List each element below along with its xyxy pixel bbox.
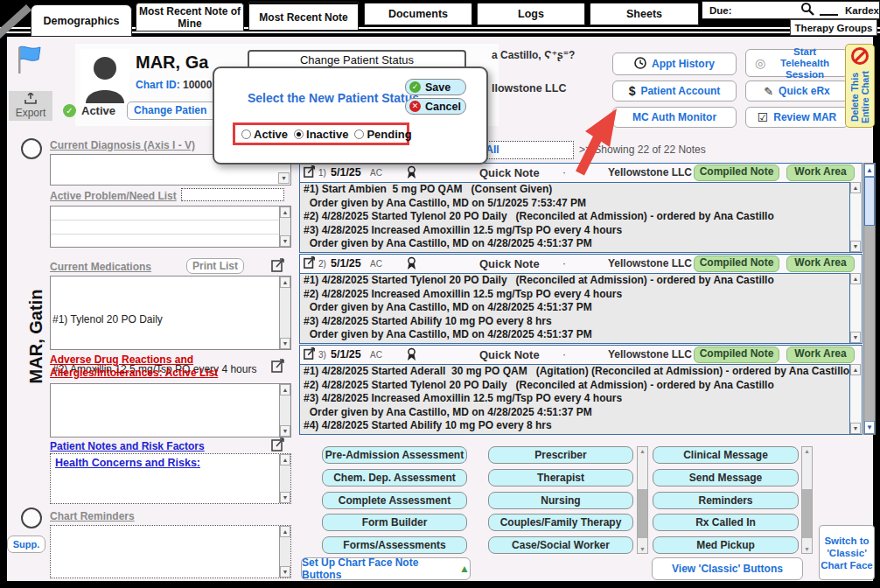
chem-dep-assessment-button[interactable]: Chem. Dep. Assessment xyxy=(322,469,467,486)
chart-reminders-listbox[interactable]: ▲ ▼ xyxy=(50,525,291,578)
change-patient-status-button[interactable]: Change Patien xyxy=(127,102,220,120)
radio-active[interactable]: Active xyxy=(241,128,288,141)
couples-family-therapy-button[interactable]: Couples/Family Therapy xyxy=(488,514,633,531)
medication-item[interactable]: #1) Tylenol 20 PO Daily xyxy=(52,312,277,328)
patient-notes-risk-label[interactable]: Patient Notes and Risk Factors xyxy=(50,440,205,452)
rx-called-in-button[interactable]: Rx Called In xyxy=(653,514,799,531)
cancel-button[interactable]: ✕ Cancel xyxy=(405,98,466,115)
message-buttons-scrollbar[interactable]: ▲ ▼ xyxy=(801,446,813,554)
adverse-reactions-label[interactable]: Adverse Drug Reactions and Allergies/Int… xyxy=(50,354,234,380)
scrollbar-thumb[interactable] xyxy=(638,489,647,538)
scroll-up-icon[interactable]: ▲ xyxy=(850,182,861,193)
nursing-button[interactable]: Nursing xyxy=(488,492,633,509)
due-input[interactable] xyxy=(820,5,838,16)
dropdown-arrow-icon[interactable]: ▼ xyxy=(278,172,290,184)
start-telehealth-button[interactable]: ◎ Start Telehealth Session xyxy=(745,49,849,77)
review-mar-button[interactable]: ☑ Review MAR xyxy=(745,107,849,128)
tab-logs[interactable]: Logs xyxy=(477,3,585,25)
note-buttons-scrollbar[interactable]: ▲ ▼ xyxy=(637,446,648,554)
reminders-button[interactable]: Reminders xyxy=(653,492,799,509)
compiled-note-button[interactable]: Compiled Note xyxy=(694,256,779,272)
scroll-up-icon[interactable]: ▲ xyxy=(638,448,647,454)
scroll-down-icon[interactable]: ▼ xyxy=(864,421,875,434)
complete-assessment-button[interactable]: Complete Assessment xyxy=(322,492,467,509)
supp-button[interactable]: Supp. xyxy=(7,536,45,553)
medications-scrollbar[interactable]: ▲ ▼ xyxy=(279,276,290,349)
section-circle-button-top[interactable] xyxy=(21,138,42,159)
allergies-listbox[interactable]: ▲ ▼ xyxy=(50,383,291,438)
open-note-icon[interactable] xyxy=(304,165,316,181)
tab-most-recent-note-of-mine[interactable]: Most Recent Note of Mine xyxy=(136,3,244,32)
notes-panel-scrollbar[interactable]: ▲ ▼ xyxy=(863,163,876,435)
tab-therapy-groups[interactable]: Therapy Groups xyxy=(790,19,877,36)
mc-auth-monitor-button[interactable]: MC Auth Monitor xyxy=(612,107,737,128)
delete-entire-chart-button[interactable]: Delete This Entire Chart xyxy=(845,44,875,128)
pre-admission-assessment-button[interactable]: Pre-Admission Assessment xyxy=(322,446,467,464)
health-concerns-link[interactable]: Health Concerns and Risks: xyxy=(55,457,200,469)
scroll-up-icon[interactable]: ▲ xyxy=(280,526,290,537)
scroll-down-icon[interactable]: ▼ xyxy=(280,566,290,578)
problem-list-filter-button[interactable] xyxy=(181,188,284,201)
tab-documents[interactable]: Documents xyxy=(364,3,472,25)
quick-erx-button[interactable]: ✎ Quick eRx xyxy=(745,80,849,102)
work-area-button[interactable]: Work Area xyxy=(786,164,855,181)
health-concerns-listbox[interactable]: Health Concerns and Risks: ▲ ▼ xyxy=(50,453,291,504)
edit-medications-icon[interactable] xyxy=(271,258,285,272)
scrollbar-thumb[interactable] xyxy=(802,489,812,538)
problem-list-scrollbar[interactable]: ▲ ▼ xyxy=(279,206,290,247)
save-button[interactable]: ✓ Save xyxy=(405,79,466,95)
scroll-down-icon[interactable]: ▼ xyxy=(280,492,290,503)
health-concerns-scrollbar[interactable]: ▲ ▼ xyxy=(279,454,290,503)
appt-history-button[interactable]: Appt History xyxy=(612,52,737,75)
view-classic-buttons-button[interactable]: View 'Classic' Buttons xyxy=(652,557,803,580)
chart-reminders-scrollbar[interactable]: ▲ ▼ xyxy=(279,526,290,578)
scroll-down-icon[interactable]: ▼ xyxy=(850,332,861,343)
prescriber-button[interactable]: Prescriber xyxy=(488,446,633,464)
medications-listbox[interactable]: #1) Tylenol 20 PO Daily #2) Amoxillin 12… xyxy=(50,276,291,350)
scroll-down-icon[interactable]: ▼ xyxy=(280,338,290,349)
note-scrollbar[interactable]: ▲ ▼ xyxy=(849,364,862,434)
current-diagnosis-label[interactable]: Current Diagnosis (Axis I - V) xyxy=(50,139,195,151)
case-social-worker-button[interactable]: Case/Social Worker xyxy=(488,536,633,554)
chart-reminders-label[interactable]: Chart Reminders xyxy=(50,510,135,522)
scroll-up-icon[interactable]: ▲ xyxy=(280,276,290,288)
allergies-scrollbar[interactable]: ▲ ▼ xyxy=(279,384,290,437)
scroll-up-icon[interactable]: ▲ xyxy=(280,384,290,396)
radio-pending[interactable]: Pending xyxy=(354,128,411,141)
search-icon[interactable] xyxy=(800,2,814,19)
tab-most-recent-note[interactable]: Most Recent Note xyxy=(248,1,359,31)
open-note-icon[interactable] xyxy=(304,256,316,272)
note-body[interactable]: #1) Start Ambien 5 mg PO QAM (Consent Gi… xyxy=(300,182,849,252)
current-medications-label[interactable]: Current Medications xyxy=(50,261,151,273)
scroll-up-icon[interactable]: ▲ xyxy=(850,364,861,375)
radio-inactive[interactable]: Inactive xyxy=(294,128,348,141)
note-body[interactable]: #1) 4/28/2025 Started Aderall 30 mg PO Q… xyxy=(300,364,849,434)
flag-icon[interactable] xyxy=(16,46,42,79)
note-scrollbar[interactable]: ▲ ▼ xyxy=(849,182,862,252)
patient-account-button[interactable]: $ Patient Account xyxy=(612,80,737,102)
print-list-button[interactable]: Print List xyxy=(186,258,244,274)
scroll-down-icon[interactable]: ▼ xyxy=(280,235,290,247)
scroll-down-icon[interactable]: ▼ xyxy=(850,423,861,434)
tab-demographics[interactable]: Demographics xyxy=(31,4,132,37)
note-body[interactable]: #1) 4/28/2025 Started Tylenol 20 PO Dail… xyxy=(300,273,849,343)
med-pickup-button[interactable]: Med Pickup xyxy=(653,536,799,554)
export-button[interactable]: Export xyxy=(9,91,52,121)
therapist-button[interactable]: Therapist xyxy=(488,469,633,486)
compiled-note-button[interactable]: Compiled Note xyxy=(694,164,779,181)
tab-kardex[interactable]: Kardex xyxy=(845,5,879,16)
forms-assessments-button[interactable]: Forms/Assessments xyxy=(322,536,467,554)
section-circle-button-bottom[interactable] xyxy=(21,508,42,528)
work-area-button[interactable]: Work Area xyxy=(786,256,855,272)
active-problem-listbox[interactable]: ▲ ▼ xyxy=(50,206,291,248)
edit-patient-notes-icon[interactable] xyxy=(271,438,285,452)
note-scrollbar[interactable]: ▲ ▼ xyxy=(849,273,862,343)
scroll-down-icon[interactable]: ▼ xyxy=(850,241,861,252)
edit-allergies-icon[interactable] xyxy=(271,359,285,373)
switch-to-classic-chart-face-button[interactable]: Switch to 'Classic' Chart Face xyxy=(819,525,875,580)
form-builder-button[interactable]: Form Builder xyxy=(322,514,467,531)
open-note-icon[interactable] xyxy=(304,347,316,363)
scroll-up-icon[interactable]: ▲ xyxy=(802,448,812,454)
scroll-down-icon[interactable]: ▼ xyxy=(280,425,290,437)
compiled-note-button[interactable]: Compiled Note xyxy=(694,346,779,363)
